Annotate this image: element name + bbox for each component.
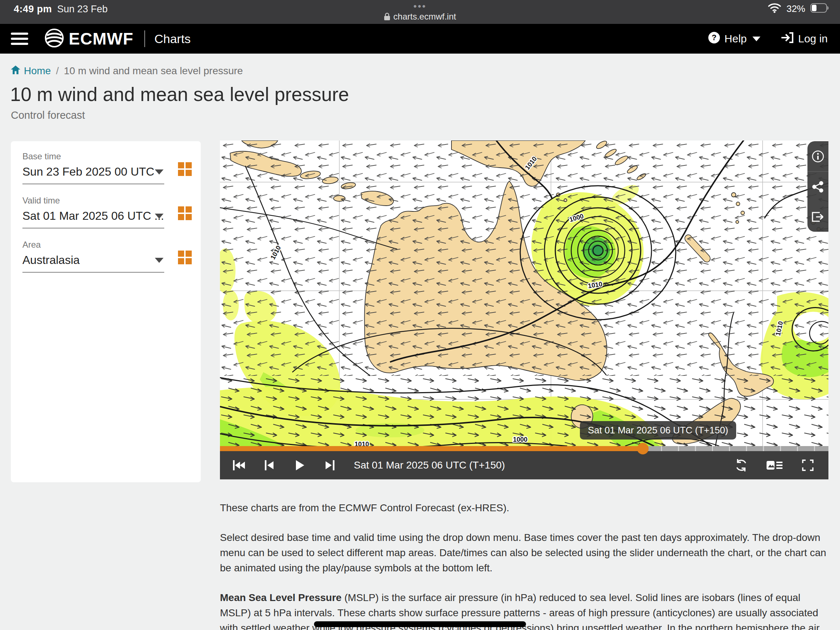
fullscreen-icon (802, 459, 813, 471)
valid-time-control: Valid time Sat 01 Mar 2025 06 UTC ... (22, 196, 189, 228)
fullscreen-button[interactable] (797, 455, 818, 476)
valid-time-value: Sat 01 Mar 2025 06 UTC ... (22, 209, 164, 222)
slider-fill (220, 446, 643, 451)
slider-handle[interactable] (637, 443, 649, 454)
description: These charts are from the ECMWF Control … (220, 500, 832, 630)
time-tooltip: Sat 01 Mar 2025 06 UTC (T+150) (580, 421, 736, 440)
map-side-panel (807, 141, 829, 232)
status-bar: 4:49 pm Sun 23 Feb ••• charts.ecmwf.int … (0, 0, 840, 24)
help-label: Help (725, 33, 747, 45)
dropdown-caret-icon (155, 258, 164, 263)
dropdown-caret-icon (155, 214, 164, 219)
page-subtitle: Control forecast (11, 109, 85, 121)
breadcrumb-home-link[interactable]: Home (11, 65, 51, 77)
battery-icon (810, 3, 829, 14)
app-root: 4:49 pm Sun 23 Feb ••• charts.ecmwf.int … (0, 0, 840, 630)
login-button[interactable]: Log in (781, 32, 828, 46)
description-paragraph-1: These charts are from the ECMWF Control … (220, 500, 832, 516)
share-icon (812, 180, 824, 193)
brand-name: ECMWF (69, 29, 134, 49)
loop-icon (734, 458, 748, 472)
chart-area: 1010 1010 1000 1010 1010 1000 1010 (220, 141, 829, 480)
base-time-label: Base time (22, 151, 189, 161)
breadcrumb-separator: / (56, 65, 59, 77)
export-icon (811, 211, 825, 223)
ecmwf-logo[interactable]: ECMWF (44, 28, 134, 50)
battery-percent: 32% (786, 3, 805, 14)
player-time-label: Sat 01 Mar 2025 06 UTC (T+150) (354, 459, 505, 471)
loop-button[interactable] (731, 455, 752, 476)
home-icon (11, 65, 20, 77)
home-indicator[interactable] (314, 621, 526, 627)
svg-text:?: ? (712, 33, 716, 42)
description-paragraph-3: Mean Sea Level Pressure (MSLP) is the su… (220, 590, 832, 630)
info-icon (812, 150, 824, 163)
menu-icon[interactable] (11, 33, 28, 45)
player-bar: Sat 01 Mar 2025 06 UTC (T+150) (220, 451, 829, 480)
isobar-label: 1010 (355, 441, 369, 446)
base-time-control: Base time Sun 23 Feb 2025 00 UTC (22, 151, 189, 184)
weather-map[interactable]: 1010 1010 1000 1010 1010 1000 1010 (220, 141, 829, 446)
login-label: Log in (798, 33, 828, 45)
area-select[interactable]: Australasia (22, 253, 164, 273)
control-panel: Base time Sun 23 Feb 2025 00 UTC Valid t… (11, 141, 201, 482)
step-back-icon (265, 460, 274, 471)
help-icon: ? (708, 32, 720, 46)
next-frame-button[interactable] (320, 455, 341, 476)
isobar-label: 1000 (513, 436, 527, 443)
wifi-icon (767, 3, 782, 14)
page-title: 10 m wind and mean sea level pressure (10, 83, 349, 105)
nav-section-charts[interactable]: Charts (155, 32, 191, 46)
skip-to-start-button[interactable] (229, 455, 249, 476)
wind-mslp-map: 1010 1010 1000 1010 1010 1000 1010 (220, 141, 829, 446)
area-value: Australasia (22, 253, 80, 266)
play-button[interactable] (289, 455, 310, 476)
skip-start-icon (233, 460, 245, 471)
area-label: Area (22, 240, 189, 250)
breadcrumb-home-label: Home (24, 65, 51, 77)
valid-time-grid-button[interactable] (178, 206, 193, 222)
nav-divider (144, 30, 145, 47)
help-menu[interactable]: ? Help (708, 32, 761, 46)
play-icon (295, 460, 305, 471)
base-time-value: Sun 23 Feb 2025 00 UTC (22, 165, 155, 178)
login-icon (781, 32, 794, 46)
description-paragraph-2: Select desired base time and valid time … (220, 530, 832, 576)
base-time-grid-button[interactable] (178, 162, 193, 178)
step-forward-icon (325, 460, 335, 471)
chevron-down-icon (752, 36, 760, 41)
previous-frame-button[interactable] (259, 455, 280, 476)
status-right: 32% (767, 3, 829, 14)
breadcrumb: Home / 10 m wind and mean sea level pres… (11, 65, 243, 77)
wind-arrows-north (220, 141, 829, 376)
info-button[interactable] (807, 141, 829, 171)
ecmwf-logo-mark-icon (44, 28, 65, 50)
address-url: charts.ecmwf.int (393, 11, 456, 21)
frame-list-button[interactable] (764, 455, 785, 476)
lock-icon (384, 13, 390, 23)
valid-time-label: Valid time (22, 196, 189, 206)
address-bar[interactable]: charts.ecmwf.int (0, 11, 840, 23)
tab-overflow-dots[interactable]: ••• (0, 1, 840, 12)
top-nav: ECMWF Charts ? Help Log in (0, 24, 840, 54)
area-control: Area Australasia (22, 240, 189, 273)
share-button[interactable] (807, 172, 829, 202)
valid-time-select[interactable]: Sat 01 Mar 2025 06 UTC ... (22, 209, 164, 228)
area-grid-button[interactable] (178, 250, 193, 266)
dropdown-caret-icon (155, 169, 164, 174)
mslp-term: Mean Sea Level Pressure (220, 592, 341, 603)
frame-list-icon (767, 459, 783, 471)
export-button[interactable] (807, 202, 829, 232)
base-time-select[interactable]: Sun 23 Feb 2025 00 UTC (22, 165, 164, 184)
time-slider[interactable] (220, 446, 829, 451)
breadcrumb-current: 10 m wind and mean sea level pressure (64, 65, 243, 77)
